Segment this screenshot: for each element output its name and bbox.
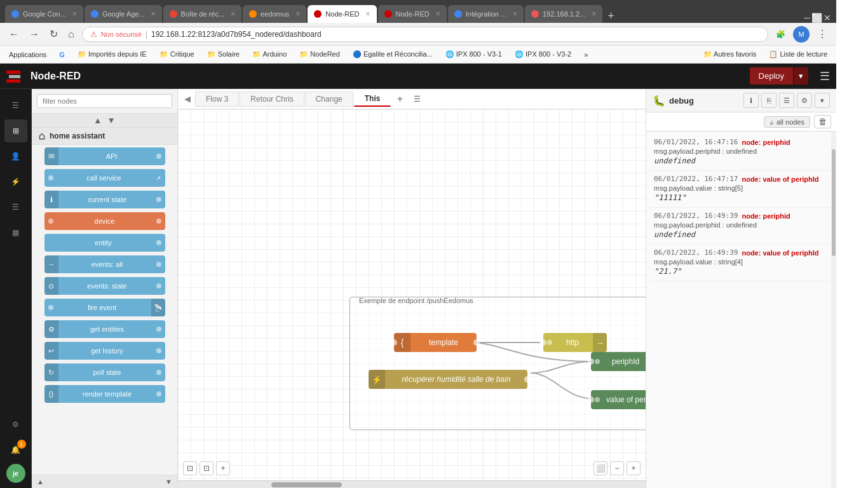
palette-node-device[interactable]: device <box>44 212 165 230</box>
debug-settings-button[interactable]: ⚙ <box>797 93 812 108</box>
flow-scrollbar-horizontal[interactable] <box>178 480 646 488</box>
bookmark-ipx2[interactable]: 🌐 IPX 800 - V3-2 <box>511 49 575 60</box>
bookmark-solaire[interactable]: 📁 Solaire <box>203 49 243 60</box>
more-button[interactable]: ⋮ <box>815 27 830 41</box>
bookmark-nodered[interactable]: 📁 NodeRed <box>295 49 344 60</box>
debug-scrollbar-thumb[interactable] <box>832 149 836 256</box>
close-icon[interactable]: × <box>366 10 370 18</box>
flow-node-recuperer[interactable]: ⚡ récupérer humidité salle de bain <box>369 370 527 389</box>
palette-node-call-service[interactable]: call service ↗ <box>44 169 165 187</box>
tab-boite[interactable]: Boîte de réc... × <box>163 5 242 23</box>
bookmark-applications[interactable]: Applications <box>5 50 50 60</box>
palette-category-header[interactable]: home assistant <box>32 128 177 145</box>
close-icon[interactable]: × <box>592 10 596 18</box>
home-button[interactable]: ⌂ <box>65 27 77 41</box>
flow-node-periphid[interactable]: periphId ☰ ✓ <box>591 352 646 371</box>
sidebar-icon-chart[interactable]: ▦ <box>4 221 27 244</box>
flow-tab-add-button[interactable]: + <box>391 91 408 107</box>
user-avatar[interactable]: je <box>6 464 25 483</box>
palette-nav-up[interactable]: ▲ <box>37 478 44 485</box>
palette-node-get-entities[interactable]: ⚙ get entities <box>44 320 165 338</box>
back-button[interactable]: ← <box>6 27 22 41</box>
deploy-button[interactable]: Deploy <box>750 67 793 85</box>
close-icon[interactable]: × <box>151 10 156 18</box>
palette-search-input[interactable] <box>37 94 172 108</box>
collapse-sidebar-button[interactable]: ◀ <box>180 93 194 105</box>
palette-node-render-template[interactable]: {} render template <box>44 385 165 403</box>
palette-scroll-up[interactable]: ▲ <box>93 116 102 125</box>
extensions-button[interactable]: 🧩 <box>773 29 788 40</box>
flow-node-value-periphid[interactable]: value of periphId ☰ ✓ <box>591 390 646 409</box>
palette-node-get-history[interactable]: ↩ get history <box>44 342 165 360</box>
debug-clear-button[interactable]: 🗑 <box>814 115 831 128</box>
sidebar-icon-list[interactable]: ☰ <box>4 196 27 219</box>
canvas-ctrl-3[interactable]: + <box>216 461 230 475</box>
flow-tab-menu-button[interactable]: ☰ <box>409 91 425 107</box>
bookmark-liste[interactable]: 📋 Liste de lecture <box>765 49 831 60</box>
palette-node-poll-state[interactable]: ↻ poll state <box>44 363 165 381</box>
flow-canvas[interactable]: Exemple de endpoint /pushEedomus <box>178 109 646 480</box>
close-icon[interactable]: × <box>436 10 440 18</box>
debug-copy-button[interactable]: ⎘ <box>761 93 776 108</box>
forward-button[interactable]: → <box>27 27 42 41</box>
flow-tab-this[interactable]: This <box>354 91 391 107</box>
close-icon[interactable]: × <box>513 10 517 18</box>
bookmark-g[interactable]: G <box>55 50 69 60</box>
sidebar-icon-dashboard[interactable]: ⊞ <box>4 119 27 142</box>
zoom-in-button[interactable]: + <box>627 461 641 475</box>
canvas-ctrl-1[interactable]: ⊡ <box>183 461 197 475</box>
main-menu-button[interactable]: ☰ <box>820 69 830 83</box>
sidebar-icon-bell[interactable]: 🔔 1 <box>4 438 27 461</box>
palette-scroll-down[interactable]: ▼ <box>107 116 116 125</box>
debug-all-nodes-button[interactable]: ⏚ all nodes <box>764 116 810 128</box>
sidebar-icon-lightning[interactable]: ⚡ <box>4 170 27 193</box>
zoom-out-button[interactable]: − <box>610 461 624 475</box>
palette-node-events-all[interactable]: → events: all <box>44 255 165 273</box>
bookmark-arduino[interactable]: 📁 Arduino <box>248 49 290 60</box>
bookmark-critique[interactable]: 📁 Critique <box>156 49 198 60</box>
sidebar-icon-persons[interactable]: 👤 <box>4 145 27 168</box>
deploy-dropdown-button[interactable]: ▾ <box>794 67 808 85</box>
canvas-ctrl-2[interactable]: ⊡ <box>200 461 214 475</box>
palette-node-current-state[interactable]: ℹ current state <box>44 191 165 208</box>
flow-tab-retour-chris[interactable]: Retour Chris <box>240 92 304 107</box>
tab-ip[interactable]: 192.168.1.2... × <box>525 5 602 23</box>
flow-node-template[interactable]: { template <box>394 333 477 352</box>
bookmark-ipx1[interactable]: 🌐 IPX 800 - V3-1 <box>442 49 506 60</box>
flow-node-http[interactable]: http → <box>543 333 607 352</box>
tab-nodered-active[interactable]: Node-RED × <box>308 5 376 23</box>
close-window-button[interactable]: ✕ <box>824 13 831 23</box>
tab-eedomus[interactable]: eedomus × <box>243 5 306 23</box>
palette-node-api[interactable]: ✉ API <box>44 147 165 165</box>
bookmark-autres[interactable]: 📁 Autres favoris <box>700 49 761 60</box>
address-bar[interactable]: ⚠ Non sécurisé | 192.168.1.22:8123/a0d7b… <box>82 27 768 42</box>
debug-info-button[interactable]: ℹ <box>743 93 759 108</box>
new-tab-button[interactable]: + <box>604 10 618 23</box>
debug-filter-button[interactable]: ☰ <box>779 93 794 108</box>
bookmark-importes[interactable]: 📁 Importés depuis IE <box>74 49 151 60</box>
tab-integration[interactable]: Intégration ... × <box>448 5 524 23</box>
reload-button[interactable]: ↻ <box>47 27 60 41</box>
bookmark-more[interactable]: » <box>580 50 592 60</box>
palette-node-entity[interactable]: entity <box>44 234 165 252</box>
palette-node-events-state[interactable]: ⊙ events: state <box>44 277 165 295</box>
tab-google-console[interactable]: Google Con... × <box>5 5 83 23</box>
palette-nav-down[interactable]: ▼ <box>165 478 172 485</box>
tab-nodered-2[interactable]: Node-RED × <box>378 5 447 23</box>
close-icon[interactable]: × <box>295 10 300 18</box>
bookmark-egalite[interactable]: 🔵 Egalite et Réconcilia... <box>349 49 437 60</box>
sidebar-icon-settings[interactable]: ⚙ <box>4 413 27 436</box>
sidebar-icon-menu[interactable]: ☰ <box>4 94 27 117</box>
close-icon[interactable]: × <box>72 10 77 18</box>
maximize-button[interactable]: ⬜ <box>811 13 822 23</box>
flow-tab-flow3[interactable]: Flow 3 <box>195 92 239 107</box>
tab-google-agent[interactable]: Google Age... × <box>85 5 162 23</box>
fit-view-button[interactable]: ⬜ <box>593 461 607 475</box>
flow-scrollbar-thumb[interactable] <box>271 482 341 487</box>
minimize-button[interactable]: ─ <box>804 13 810 23</box>
palette-node-fire-event[interactable]: fire event 📡 <box>44 299 165 316</box>
debug-scrollbar[interactable] <box>831 132 836 488</box>
flow-tab-change[interactable]: Change <box>305 92 353 107</box>
profile-button[interactable]: M <box>793 26 810 43</box>
close-icon[interactable]: × <box>231 10 235 18</box>
